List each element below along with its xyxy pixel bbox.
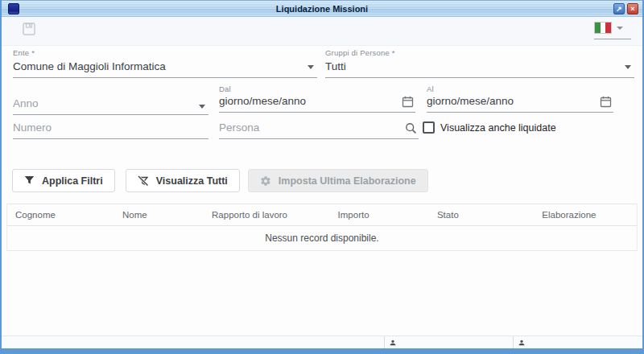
- column-header-elaborazione[interactable]: Elaborazione: [502, 210, 637, 220]
- anno-select[interactable]: [13, 97, 208, 114]
- persona-input[interactable]: [219, 121, 419, 138]
- empty-table-message: Nessun record disponibile.: [7, 226, 637, 251]
- dal-label: Dal: [219, 84, 415, 93]
- ente-select[interactable]: Ente * Comune di Maggioli Informatica: [13, 48, 317, 78]
- persona-field: [219, 120, 419, 139]
- chevron-down-icon: [617, 27, 623, 30]
- statusbar-user-cell-1: [384, 336, 513, 348]
- anno-field: [13, 96, 208, 115]
- numero-field: [13, 120, 208, 139]
- maximize-button[interactable]: ↗: [613, 3, 625, 14]
- al-label: Al: [427, 84, 613, 93]
- column-header-nome[interactable]: Nome: [83, 210, 187, 220]
- dropdown-caret-icon: [308, 65, 314, 69]
- gruppi-value: Tutti: [325, 60, 634, 77]
- filter-off-icon: [138, 175, 149, 187]
- dropdown-caret-icon: [199, 105, 205, 109]
- dropdown-caret-icon: [625, 65, 631, 69]
- window-controls: ↗ ×: [613, 3, 638, 14]
- gruppi-label: Gruppi di Persone *: [325, 48, 634, 57]
- gear-icon: [260, 175, 271, 187]
- liquidazione-missioni-window: Liquidazione Missioni ↗ × Ente * Comune …: [0, 0, 644, 354]
- person-icon: [518, 339, 526, 347]
- statusbar: [2, 335, 642, 348]
- language-selector[interactable]: [594, 20, 631, 39]
- results-table: Cognome Nome Rapporto di lavoro Importo …: [6, 204, 638, 251]
- imposta-ultima-elaborazione-button[interactable]: Imposta Ultima Elaborazione: [248, 169, 428, 192]
- visualizza-liquidate-option: Visualizza anche liquidate: [423, 121, 556, 134]
- person-icon: [389, 339, 397, 347]
- al-date-input[interactable]: [427, 95, 613, 112]
- action-buttons: Applica Filtri Visualizza Tutti Imposta …: [12, 169, 428, 192]
- calendar-icon[interactable]: [600, 96, 612, 108]
- table-header-row: Cognome Nome Rapporto di lavoro Importo …: [7, 204, 637, 226]
- column-header-rapporto[interactable]: Rapporto di lavoro: [187, 210, 312, 220]
- calendar-icon[interactable]: [402, 96, 414, 108]
- visualizza-tutti-button[interactable]: Visualizza Tutti: [126, 169, 240, 192]
- column-header-cognome[interactable]: Cognome: [7, 210, 83, 220]
- visualizza-liquidate-checkbox[interactable]: [423, 121, 435, 134]
- titlebar: Liquidazione Missioni ↗ ×: [2, 0, 642, 17]
- visualizza-liquidate-label: Visualizza anche liquidate: [440, 122, 556, 134]
- column-header-importo[interactable]: Importo: [312, 210, 394, 220]
- gruppi-di-persone-select[interactable]: Gruppi di Persone * Tutti: [325, 48, 634, 78]
- italian-flag-icon: [594, 22, 612, 34]
- ente-value: Comune di Maggioli Informatica: [13, 60, 317, 77]
- dal-field: Dal: [219, 84, 415, 113]
- search-icon[interactable]: [405, 122, 417, 134]
- applica-filtri-button[interactable]: Applica Filtri: [12, 169, 115, 192]
- statusbar-user-cell-2: [513, 336, 642, 348]
- dal-date-input[interactable]: [219, 95, 415, 112]
- numero-input[interactable]: [13, 121, 208, 138]
- window-title: Liquidazione Missioni: [2, 4, 642, 14]
- close-button[interactable]: ×: [627, 3, 638, 14]
- ente-label: Ente *: [13, 48, 317, 57]
- column-header-stato[interactable]: Stato: [394, 210, 502, 220]
- save-icon[interactable]: [23, 23, 35, 35]
- filter-icon: [24, 175, 35, 186]
- al-field: Al: [427, 84, 613, 113]
- toolbar: [2, 17, 642, 46]
